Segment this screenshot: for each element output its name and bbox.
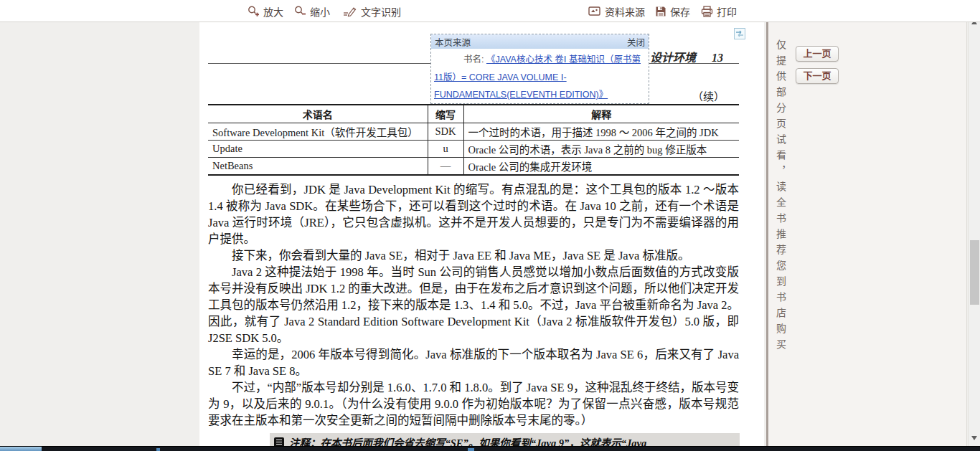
rotate-page-icon[interactable] [734, 28, 745, 39]
taskbar-icon-mark [156, 448, 160, 451]
table-row: Software Development Kit（软件开发工具包） SDK 一个… [208, 123, 739, 141]
page-source-popup: 本页来源 关闭 书名: 《JAVA核心技术 卷Ⅰ 基础知识（原书第11版）= C… [430, 34, 649, 104]
magnifier-plus-icon [248, 5, 260, 17]
source-label: 资料来源 [605, 4, 645, 19]
header-title-fragment: 设计环境 [650, 52, 696, 64]
col-header-term: 术语名 [208, 105, 428, 123]
paragraph: 你已经看到，JDK 是 Java Development Kit 的缩写。有点混… [208, 181, 739, 247]
taskbar-edge [0, 446, 980, 451]
floppy-disk-icon [655, 6, 666, 17]
cell-desc: Oracle 公司的集成开发环境 [463, 158, 739, 176]
magnifier-minus-icon [294, 5, 306, 17]
prev-page-button[interactable]: 上一页 [796, 46, 839, 62]
cell-abbr: — [428, 158, 463, 176]
table-row: NetBeans — Oracle 公司的集成开发环境 [208, 158, 739, 176]
terminology-table: 术语名 缩写 解释 Software Development Kit（软件开发工… [208, 104, 739, 176]
paragraph: 接下来，你会看到大量的 Java SE，相对于 Java EE 和 Java M… [208, 247, 739, 264]
col-header-abbr: 缩写 [428, 105, 463, 123]
taskbar-start-area [0, 447, 42, 451]
save-button[interactable]: 保存 [655, 4, 690, 19]
col-header-desc: 解释 [463, 105, 739, 123]
zoom-in-button[interactable]: 放大 [248, 4, 283, 19]
save-label: 保存 [670, 4, 690, 19]
preview-notice-vertical-text: 仅提供部分页试看，读全书推荐您到书店购买 [773, 39, 788, 427]
ocr-button[interactable]: 文字识别 [343, 4, 401, 19]
cell-desc: 一个过时的术语，用于描述 1998 ～ 2006 年之间的 JDK [463, 123, 739, 141]
paragraph: 幸运的是，2006 年版本号得到简化。Java 标准版的下一个版本取名为 Jav… [208, 346, 739, 379]
zoom-out-label: 缩小 [310, 4, 330, 19]
cell-term: NetBeans [208, 158, 428, 176]
ocr-label: 文字识别 [361, 4, 401, 19]
popup-titlebar: 本页来源 关闭 [431, 34, 649, 49]
next-page-button[interactable]: 下一页 [796, 68, 839, 84]
scroll-down-arrow-icon[interactable] [971, 436, 977, 440]
popup-body: 书名: 《JAVA核心技术 卷Ⅰ 基础知识（原书第11版）= CORE JAVA… [431, 49, 649, 104]
cell-term: Software Development Kit（软件开发工具包） [208, 123, 428, 141]
text-recognition-icon [343, 5, 357, 17]
scrollbar-thumb[interactable] [970, 240, 979, 305]
page-body-text: 你已经看到，JDK 是 Java Development Kit 的缩写。有点混… [208, 181, 739, 429]
source-button[interactable]: 资料来源 [588, 4, 645, 19]
zoom-out-button[interactable]: 缩小 [294, 4, 330, 19]
paragraph: Java 2 这种提法始于 1998 年。当时 Sun 公司的销售人员感觉以增加… [208, 264, 739, 346]
right-sidebar: 仅提供部分页试看，读全书推荐您到书店购买 上一页 下一页 [768, 22, 967, 451]
cell-term: Update [208, 141, 428, 158]
toolbar: 放大 缩小 文字识别 资料来源 保存 [0, 0, 980, 22]
cell-desc: Oracle 公司的术语，表示 Java 8 之前的 bug 修正版本 [463, 141, 739, 158]
book-reader-screen: 放大 缩小 文字识别 资料来源 保存 [0, 0, 980, 451]
taskbar-icon-mark [468, 448, 474, 451]
table-row: Update u Oracle 公司的术语，表示 Java 8 之前的 bug … [208, 141, 739, 158]
cell-abbr: u [428, 141, 463, 158]
popup-title: 本页来源 [435, 35, 471, 49]
book-name-label: 书名: [463, 54, 484, 65]
source-doc-icon [588, 6, 601, 16]
cell-abbr: SDK [428, 123, 463, 141]
print-label: 打印 [717, 4, 737, 19]
vertical-scrollbar[interactable] [968, 16, 980, 446]
print-button[interactable]: 打印 [701, 4, 737, 19]
paragraph: 不过，“内部”版本号却分别是 1.6.0、1.7.0 和 1.8.0。到了 Ja… [208, 379, 739, 429]
table-header-row: 术语名 缩写 解释 [208, 105, 739, 123]
zoom-in-label: 放大 [263, 4, 283, 19]
printer-icon [701, 6, 713, 17]
popup-close-button[interactable]: 关闭 [627, 35, 645, 49]
page-number: 13 [712, 52, 723, 64]
